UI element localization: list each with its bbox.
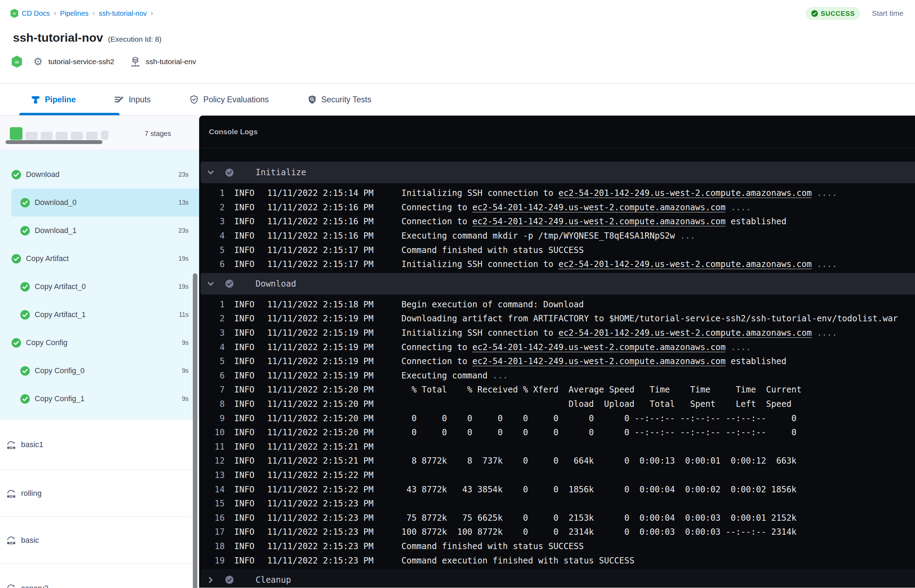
log-text: Begin execution of command: Download [401,300,584,309]
log-link[interactable]: ec2-54-201-142-249.us-west-2.compute.ama… [472,216,725,226]
log-timestamp: 11/11/2022 2:15:19 PM [267,371,376,381]
stage-label: canary2 [21,584,48,588]
environment-name[interactable]: ssh-tutorial-env [146,58,196,66]
log-line: 1INFO11/11/2022 2:15:14 PMInitializing S… [199,186,915,200]
log-line-number: 5 [199,245,225,255]
chevron-right-icon[interactable] [207,576,215,584]
log-section-header-download[interactable]: Download [200,273,915,295]
log-level: INFO [234,356,256,366]
log-line-number: 16 [199,513,225,523]
log-message: Downloading artifact from ARTIFACTORY to… [401,313,915,323]
log-message: 43 8772k 43 3854k 0 0 1856k 0 0:00:04 0:… [401,485,915,494]
status-badge: SUCCESS [806,7,860,20]
log-level: INFO [234,188,256,198]
tab-security-tests[interactable]: Security Tests [307,84,372,115]
check-circle-icon [20,394,30,404]
log-level: INFO [234,499,256,509]
shield-check-icon [189,95,199,104]
stage-row-rolling[interactable]: rolling [0,470,199,517]
log-link[interactable]: ec2-54-201-142-249.us-west-2.compute.ama… [472,342,725,352]
log-line-number: 18 [199,541,225,551]
console-logs-body: Initialize1INFO11/11/2022 2:15:14 PMInit… [199,148,915,588]
vertical-scrollbar[interactable] [193,273,197,588]
log-message: Command finished with status SUCCESS [401,541,915,551]
log-text: Connecting to [401,202,472,212]
stage-count-label: 7 stages [144,130,171,138]
breadcrumb-link-pipelines[interactable]: Pipelines [60,10,88,18]
log-section-lines: 1INFO11/11/2022 2:15:18 PMBegin executio… [199,295,915,568]
stage-row-basic[interactable]: basic [0,517,199,564]
tab-policy-evaluations[interactable]: Policy Evaluations [189,84,269,115]
log-level: INFO [234,414,256,423]
check-circle-icon [20,310,30,320]
log-text: 8 8772k 8 737k 0 0 664k 0 0:00:13 0:00:0… [401,456,797,466]
stage-row-download-0[interactable]: Download_013s [11,189,199,216]
stage-row-copy-artifact[interactable]: Copy Artifact19s [0,245,199,273]
stage-row-download[interactable]: Download23s [0,160,199,189]
stage-success-icon [20,366,30,376]
log-timestamp: 11/11/2022 2:15:20 PM [267,428,376,437]
log-level: INFO [234,300,256,309]
stage-row-download-1[interactable]: Download_123s [0,216,199,245]
stage-row-copy-config-0[interactable]: Copy Config_09s [0,357,199,385]
stages-sidebar: 7 stages Download23s Download_013s Downl… [0,116,199,588]
log-message: % Total % Received % Xferd Average Speed… [401,385,915,394]
environment-icon [130,57,140,67]
log-message: Command finished with status SUCCESS [401,245,915,255]
stage-success-icon [20,394,30,404]
breadcrumb: ∞ CD Docs › Pipelines › ssh-tutorial-nov… [11,8,157,19]
log-timestamp: 11/11/2022 2:15:17 PM [267,245,376,255]
log-section-header-initialize[interactable]: Initialize [200,162,915,183]
log-text: % Total % Received % Xferd Average Speed… [401,385,802,394]
breadcrumb-link-pipeline-name[interactable]: ssh-tutorial-nov [99,10,147,18]
log-link[interactable]: ec2-54-201-142-249.us-west-2.compute.ama… [558,259,812,269]
log-message: 8 8772k 8 737k 0 0 664k 0 0:00:13 0:00:0… [401,456,915,466]
log-line-number: 10 [199,428,225,437]
log-text: established [726,216,786,226]
log-link[interactable]: ec2-54-201-142-249.us-west-2.compute.ama… [472,202,725,212]
stage-row-copy-config[interactable]: Copy Config9s [0,329,199,357]
execution-status-area: SUCCESS Start time [799,0,915,21]
pipeline-icon [31,95,40,104]
stage-row-copy-artifact-0[interactable]: Copy Artifact_019s [0,273,199,300]
breadcrumb-link-cd-docs[interactable]: CD Docs [22,10,50,18]
log-line-number: 7 [199,385,225,394]
log-line: 9INFO11/11/2022 2:15:20 PM 0 0 0 0 0 0 0… [199,411,915,425]
stage-row-canary2[interactable]: canary2 [0,564,199,588]
chevron-down-icon[interactable] [207,280,215,288]
log-section-title: Cleanup [255,575,291,585]
step-success-icon [225,168,233,177]
log-message: Connection to ec2-54-201-142-249.us-west… [401,216,915,226]
log-message: Executing command mkdir -p /tmp/WYQNESE_… [401,231,915,241]
log-link[interactable]: ec2-54-201-142-249.us-west-2.compute.ama… [558,328,812,338]
check-circle-icon [11,338,21,347]
tab-inputs[interactable]: Inputs [114,84,151,115]
chevron-down-icon [207,168,215,176]
log-level: INFO [234,313,256,323]
log-message: 0 0 0 0 0 0 0 0 --:--:-- --:--:-- --:--:… [401,414,915,423]
chevron-down-icon[interactable] [207,168,215,176]
log-text: Initializing SSH connection to [401,259,558,269]
service-name[interactable]: tutorial-service-ssh2 [48,58,114,66]
tab-pipeline[interactable]: Pipeline [31,84,76,115]
stage-success-icon [20,226,30,236]
log-line-number: 4 [199,231,225,241]
log-line: 8INFO11/11/2022 2:15:20 PM Dload Upload … [199,397,915,411]
log-section-header-cleanup[interactable]: Cleanup [200,569,915,588]
tab-label: Security Tests [322,95,372,104]
log-link[interactable]: ec2-54-201-142-249.us-west-2.compute.ama… [472,356,725,366]
stage-row-basic1[interactable]: basic1 [0,419,199,470]
stage-row-copy-artifact-1[interactable]: Copy Artifact_111s [0,300,199,329]
horizontal-scrollbar[interactable] [6,140,102,144]
stage-progress-segment [26,132,37,140]
check-circle-icon [225,168,233,177]
stage-duration: 9s [182,395,189,403]
log-line-number: 1 [199,188,225,198]
chevron-right-icon: › [151,9,153,18]
log-link[interactable]: ec2-54-201-142-249.us-west-2.compute.ama… [558,188,812,198]
log-message: Initializing SSH connection to ec2-54-20… [401,259,915,269]
log-line: 2INFO11/11/2022 2:15:19 PMDownloading ar… [199,312,915,326]
stage-row-copy-config-1[interactable]: Copy Config_19s [0,385,199,413]
log-message: Connecting to ec2-54-201-142-249.us-west… [401,202,915,212]
stage-progress-segment [56,132,68,140]
